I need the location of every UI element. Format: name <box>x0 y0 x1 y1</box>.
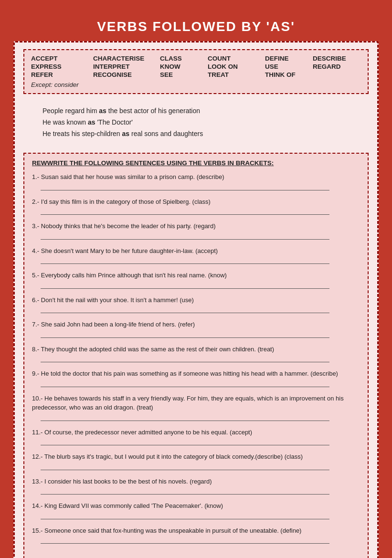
verb-describe: DESCRIBE <box>313 55 365 62</box>
exercise-6-sentence: 6.- Don't hit the nail with your shoe. I… <box>32 295 360 305</box>
verb-interpret: INTERPRET <box>93 63 160 70</box>
verb-characterise: CHARACTERISE <box>93 55 160 62</box>
exercise-14: 14.- King Edward VII was commonly called… <box>32 501 360 519</box>
exercise-15-sentence: 15.- Someone once said that fox-hunting … <box>32 526 360 536</box>
exercise-3: 3.- Nobody thinks that he's become the l… <box>32 221 360 240</box>
as-2: as <box>88 118 95 126</box>
exercises-title: REWWRITE THE FOLLOWING SENTENCES USING T… <box>32 159 360 167</box>
example-2: He was known as 'The Doctor' <box>42 117 359 128</box>
exercise-10-answer-line <box>41 414 329 421</box>
exercise-4: 4.- She doesn't want Mary to be her futu… <box>32 246 360 264</box>
example-1: People regard him as the best actor of h… <box>42 105 359 117</box>
exercise-3-sentence: 3.- Nobody thinks that he's become the l… <box>32 221 360 231</box>
verb-count: COUNT <box>208 55 265 62</box>
exercise-11-sentence: 11.- Of course, the predecessor never ad… <box>32 428 360 437</box>
verb-regard: REGARD <box>313 63 365 70</box>
title-bar: VERBS FOLLOWED BY 'AS' <box>13 13 379 41</box>
exercise-1-answer-line <box>41 184 329 190</box>
exercise-9-answer-line <box>41 380 329 387</box>
exercise-2-answer-line <box>41 208 329 215</box>
exercise-15: 15.- Someone once said that fox-hunting … <box>32 526 360 544</box>
verb-list-box: ACCEPT CHARACTERISE CLASS COUNT DEFINE D… <box>23 49 369 94</box>
verb-see: SEE <box>160 71 208 78</box>
page-title: VERBS FOLLOWED BY 'AS' <box>13 19 379 34</box>
exercise-6-answer-line <box>41 306 329 313</box>
exercise-6: 6.- Don't hit the nail with your shoe. I… <box>32 295 360 314</box>
as-1: as <box>99 107 106 115</box>
exercise-10: 10.- He behaves towards his staff in a v… <box>32 394 360 421</box>
exercise-2-sentence: 2.- I'd say this film is in the category… <box>32 197 360 207</box>
exercise-2: 2.- I'd say this film is in the category… <box>32 197 360 215</box>
exercise-10-sentence: 10.- He behaves towards his staff in a v… <box>32 394 360 412</box>
verb-empty <box>313 71 365 78</box>
exercise-1-sentence: 1.- Susan said that her house was simila… <box>32 172 360 182</box>
exercise-3-answer-line <box>41 233 329 240</box>
verb-define: DEFINE <box>265 55 313 62</box>
exercise-9-sentence: 9.- He told the doctor that his pain was… <box>32 369 360 379</box>
exercise-8: 8.- They thought the adopted child was t… <box>32 345 360 363</box>
verb-think-of: THINK OF <box>265 71 313 78</box>
as-3: as <box>122 130 130 137</box>
verb-express: EXPRESS <box>31 63 93 70</box>
verb-treat: TREAT <box>208 71 265 78</box>
exercise-7: 7.- She said John had been a long-life f… <box>32 320 360 338</box>
verb-look-on: LOOK ON <box>208 63 265 70</box>
verb-class: CLASS <box>160 55 208 62</box>
exercise-7-answer-line <box>41 331 329 338</box>
exercise-13-answer-line <box>41 488 329 495</box>
exercise-4-answer-line <box>41 257 329 264</box>
verb-use: USE <box>265 63 313 70</box>
exercise-8-answer-line <box>41 356 329 362</box>
exercise-11: 11.- Of course, the predecessor never ad… <box>32 428 360 446</box>
exercise-11-answer-line <box>41 439 329 445</box>
except-line: Except: consider <box>31 81 361 88</box>
exercise-9: 9.- He told the doctor that his pain was… <box>32 369 360 387</box>
verb-know: KNOW <box>160 63 208 70</box>
verb-recognise: RECOGNISE <box>93 71 160 78</box>
exercise-8-sentence: 8.- They thought the adopted child was t… <box>32 345 360 354</box>
exercise-15-answer-line <box>41 537 329 544</box>
exercise-7-sentence: 7.- She said John had been a long-life f… <box>32 320 360 329</box>
exercise-5-answer-line <box>41 282 329 289</box>
exercise-12-answer-line <box>41 463 329 470</box>
exercises-section: REWWRITE THE FOLLOWING SENTENCES USING T… <box>23 153 369 558</box>
verb-refer: REFER <box>31 71 93 78</box>
exercise-12: 12.- The blurb says it's tragic, but I w… <box>32 452 360 470</box>
verb-list-grid: ACCEPT CHARACTERISE CLASS COUNT DEFINE D… <box>31 55 361 78</box>
verb-accept: ACCEPT <box>31 55 93 62</box>
exercise-5-sentence: 5.- Everybody calls him Prince although … <box>32 271 360 280</box>
exercise-12-sentence: 12.- The blurb says it's tragic, but I w… <box>32 452 360 462</box>
exercise-4-sentence: 4.- She doesn't want Mary to be her futu… <box>32 246 360 256</box>
exercise-14-answer-line <box>41 513 329 519</box>
exercise-5: 5.- Everybody calls him Prince although … <box>32 271 360 289</box>
exercise-13: 13.- I consider his last books to be the… <box>32 477 360 495</box>
exercise-1: 1.- Susan said that her house was simila… <box>32 172 360 190</box>
exercise-13-sentence: 13.- I consider his last books to be the… <box>32 477 360 486</box>
example-3: He treats his step-children as real sons… <box>42 128 359 140</box>
examples-box: People regard him as the best actor of h… <box>23 102 369 145</box>
exercise-14-sentence: 14.- King Edward VII was commonly called… <box>32 501 360 511</box>
